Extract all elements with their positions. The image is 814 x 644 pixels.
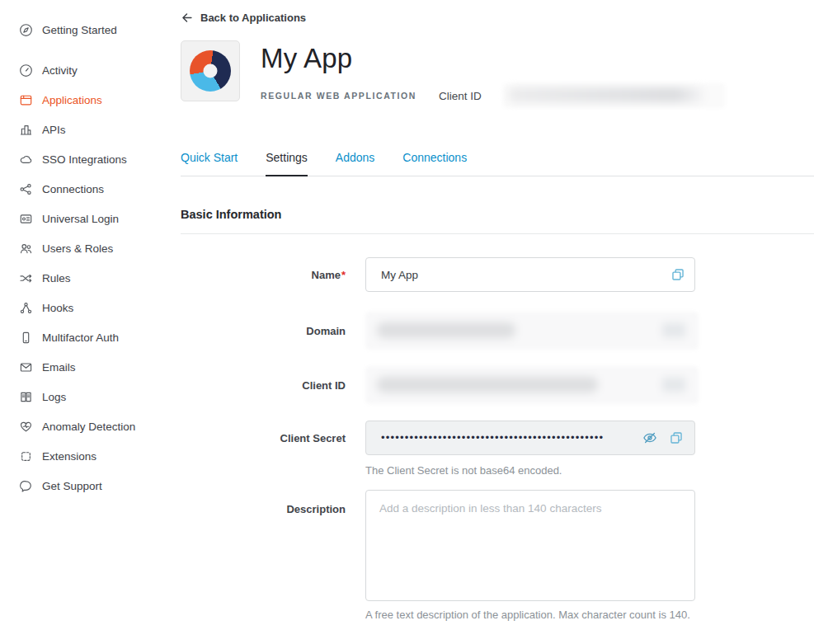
sidebar-item-label: Logs (42, 391, 66, 403)
app-type-label: REGULAR WEB APPLICATION (261, 91, 416, 101)
app-logo (181, 40, 240, 101)
description-field-row: Description (181, 490, 814, 601)
client-secret-field-row: Client Secret ••••••••••••••••••••••••••… (181, 421, 814, 455)
copy-client-secret-button[interactable] (669, 430, 684, 445)
tab-settings[interactable]: Settings (266, 151, 308, 176)
tab-connections[interactable]: Connections (402, 151, 467, 176)
applications-icon (19, 93, 33, 107)
compass-icon (19, 23, 33, 37)
gauge-icon (19, 63, 33, 78)
tab-bar: Quick Start Settings Addons Connections (181, 151, 814, 176)
sidebar-item-logs[interactable]: Logs (0, 382, 181, 411)
login-screen-icon (19, 212, 33, 226)
sidebar-item-rules[interactable]: Rules (0, 263, 181, 293)
sidebar-item-connections[interactable]: Connections (0, 174, 181, 204)
sidebar-item-label: Hooks (42, 302, 73, 314)
sidebar-item-label: Universal Login (42, 213, 119, 225)
sidebar-item-apis[interactable]: APIs (0, 115, 181, 144)
sidebar-item-anomaly-detection[interactable]: Anomaly Detection (0, 411, 181, 441)
required-asterisk: * (341, 269, 346, 281)
heart-pulse-icon (19, 420, 33, 434)
sidebar-item-label: Rules (42, 272, 71, 284)
sidebar-item-label: Emails (42, 361, 76, 374)
sidebar-item-label: Getting Started (42, 24, 117, 36)
client-id-input-redacted[interactable] (365, 366, 699, 404)
copy-icon (670, 267, 685, 282)
sidebar-item-emails[interactable]: Emails (0, 352, 181, 382)
description-helper-text: A free text description of the applicati… (365, 609, 814, 621)
sidebar-item-get-support[interactable]: Get Support (0, 471, 181, 501)
app-settings-page: Getting Started Activity Applications AP… (0, 0, 814, 644)
header-client-id-label: Client ID (439, 90, 482, 102)
sidebar-item-label: Get Support (42, 480, 102, 492)
client-secret-masked-value: ••••••••••••••••••••••••••••••••••••••••… (381, 421, 636, 455)
sidebar-item-universal-login[interactable]: Universal Login (0, 204, 181, 233)
page-title: My App (261, 42, 725, 75)
sidebar-item-label: Multifactor Auth (42, 331, 119, 344)
tab-addons[interactable]: Addons (336, 151, 374, 176)
share-nodes-icon (19, 182, 33, 196)
envelope-icon (19, 360, 33, 374)
description-field-label: Description (181, 490, 365, 515)
description-textarea[interactable] (365, 490, 695, 601)
shuffle-icon (19, 271, 33, 285)
sidebar-item-hooks[interactable]: Hooks (0, 293, 181, 322)
sidebar-item-label: Connections (42, 183, 104, 195)
sidebar-item-label: Anomaly Detection (42, 421, 135, 433)
chip-icon (19, 449, 33, 463)
client-secret-field-label: Client Secret (181, 432, 365, 444)
app-logo-icon (190, 50, 231, 92)
domain-field-label: Domain (181, 325, 365, 337)
phone-icon (19, 331, 33, 345)
app-header: My App REGULAR WEB APPLICATION Client ID (181, 40, 814, 108)
name-field-row: Name* (181, 257, 814, 292)
sidebar-item-label: SSO Integrations (42, 153, 127, 166)
domain-field-row: Domain (181, 312, 814, 350)
sidebar-item-getting-started[interactable]: Getting Started (0, 15, 181, 45)
api-blocks-icon (19, 123, 33, 137)
speech-bubble-icon (19, 479, 33, 493)
client-secret-input[interactable]: ••••••••••••••••••••••••••••••••••••••••… (365, 421, 695, 455)
client-id-field-row: Client ID (181, 366, 814, 404)
header-client-id-value-redacted (503, 83, 725, 108)
main-content: Back to Applications My App REGULAR WEB … (181, 0, 814, 644)
sidebar-item-multifactor-auth[interactable]: Multifactor Auth (0, 322, 181, 352)
domain-input-redacted[interactable] (365, 312, 699, 350)
sidebar-item-label: Applications (42, 94, 102, 106)
back-to-applications-link[interactable]: Back to Applications (181, 12, 306, 24)
back-arrow-icon (181, 12, 193, 24)
client-secret-helper-text: The Client Secret is not base64 encoded. (365, 464, 814, 477)
section-title-basic-information: Basic Information (181, 208, 814, 234)
logs-book-icon (19, 390, 33, 404)
tab-quick-start[interactable]: Quick Start (181, 151, 238, 176)
sidebar-item-applications[interactable]: Applications (0, 85, 181, 115)
copy-name-button[interactable] (670, 267, 685, 282)
name-field-label: Name* (181, 269, 365, 281)
back-link-label: Back to Applications (200, 12, 306, 24)
users-icon (19, 242, 33, 256)
reveal-client-secret-button[interactable] (642, 430, 657, 445)
hooks-icon (19, 301, 33, 315)
sidebar-item-activity[interactable]: Activity (0, 55, 181, 85)
sidebar-item-extensions[interactable]: Extensions (0, 441, 181, 471)
sidebar: Getting Started Activity Applications AP… (0, 0, 181, 644)
sidebar-item-label: Extensions (42, 450, 96, 463)
eye-off-icon (642, 430, 657, 445)
sidebar-item-label: Users & Roles (42, 242, 113, 255)
sidebar-item-sso-integrations[interactable]: SSO Integrations (0, 144, 181, 174)
name-input[interactable] (365, 257, 695, 292)
client-id-field-label: Client ID (181, 379, 365, 392)
sidebar-item-users-roles[interactable]: Users & Roles (0, 233, 181, 263)
sidebar-item-label: APIs (42, 124, 66, 136)
sidebar-item-label: Activity (42, 64, 78, 77)
cloud-icon (19, 153, 33, 167)
copy-icon (669, 430, 684, 445)
